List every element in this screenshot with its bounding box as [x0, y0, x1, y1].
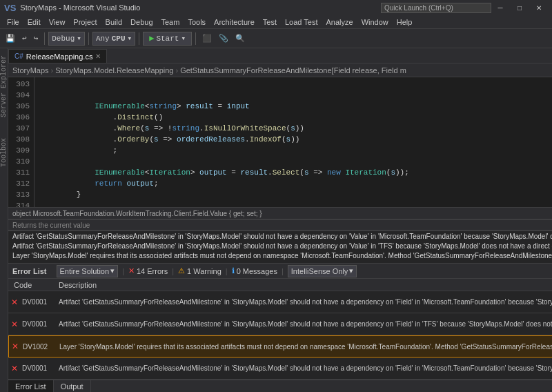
menu-test[interactable]: Test [259, 17, 281, 28]
error-icon-4: ✕ [11, 364, 18, 373]
warnings-count: 1 Warning [187, 267, 221, 275]
warnings-badge[interactable]: ⚠ 1 Warning [178, 266, 221, 275]
code-line-312: return output; [40, 178, 552, 189]
error-icon: ✕ [128, 266, 135, 275]
menu-project[interactable]: Project [69, 17, 101, 28]
table-row[interactable]: ✕ DV0001 Artifact 'GetStatusSummaryForRe… [8, 291, 552, 313]
code-line-307: .Where(s => !string.IsNullOrWhiteSpace(s… [40, 123, 552, 134]
bottom-tab-bar: Error List Output [8, 380, 552, 392]
main-container: Server Explorer Toolbox C# ReleaseMappin… [0, 48, 552, 392]
code-line-306: .Distinct() [40, 112, 552, 123]
tab-release-mapping[interactable]: C# ReleaseMapping.cs ✕ [8, 49, 107, 63]
toolbar-misc3[interactable]: 🔍 [233, 32, 248, 44]
code-line-303 [40, 79, 552, 90]
code-line-314 [40, 200, 552, 207]
col-header-code[interactable]: Code [11, 281, 56, 289]
breadcrumb-bar: StoryMaps › StoryMaps.Model.ReleaseMappi… [8, 63, 552, 77]
breadcrumb-part-3[interactable]: GetStatusSummaryForReleaseAndMilestone[F… [180, 66, 406, 75]
breadcrumb-sep-2: › [175, 66, 178, 75]
menu-help[interactable]: Help [393, 17, 417, 28]
menu-view[interactable]: View [45, 17, 70, 28]
scope-label: Entire Solution [60, 267, 110, 275]
error-code-4: DV0001 [22, 364, 47, 372]
tab-bar: C# ReleaseMapping.cs ✕ [8, 48, 552, 63]
error-panel: Error List Entire Solution ▾ | ✕ 14 Erro… [8, 263, 552, 392]
toolbar-sep-4 [195, 32, 196, 45]
table-row[interactable]: ✕ DV1002 Layer 'StoryMaps.Model' require… [8, 335, 552, 357]
toolbar-sep-3 [139, 32, 139, 45]
menu-bar: File Edit View Project Build Debug Team … [0, 15, 552, 29]
error-rows: ✕ DV0001 Artifact 'GetStatusSummaryForRe… [8, 291, 552, 380]
code-content[interactable]: IEnumerable<string> result = input .Dist… [34, 77, 552, 207]
error-panel-title: Error List [12, 267, 47, 275]
code-line-309: ; [40, 145, 552, 156]
menu-file[interactable]: File [3, 17, 23, 28]
table-row[interactable]: ✕ DV0001 Artifact 'GetStatusSummaryForRe… [8, 357, 552, 380]
error-code-2: DV0001 [22, 320, 47, 328]
code-line-304 [40, 90, 552, 101]
error-icon-2: ✕ [11, 320, 18, 329]
chevron-down-icon2: ▾ [128, 34, 132, 43]
warning-bar: Artifact 'GetStatusSummaryForReleaseAndM… [8, 231, 552, 263]
message-icon: ℹ [232, 266, 235, 275]
menu-team[interactable]: Team [157, 17, 184, 28]
badge-sep-2: | [226, 267, 228, 275]
left-sidebar: Server Explorer Toolbox [0, 48, 8, 392]
platform-label: Any [96, 35, 110, 43]
warning-msg-3: Layer 'StoryMaps.Model' requires that it… [12, 252, 552, 262]
play-icon: ▶ [149, 33, 154, 43]
error-icon-3: ✕ [12, 342, 19, 351]
menu-debug[interactable]: Debug [126, 17, 157, 28]
breadcrumb-part-2[interactable]: StoryMaps.Model.ReleaseMapping [55, 66, 173, 75]
start-label: Start [156, 35, 179, 43]
toolbar-save-btn[interactable]: 💾 [3, 32, 18, 44]
error-desc-4: Artifact 'GetStatusSummaryForReleaseAndM… [56, 364, 552, 372]
title-bar: VS StoryMaps - Microsoft Visual Studio Q… [0, 0, 552, 15]
content-area: C# ReleaseMapping.cs ✕ StoryMaps › Story… [8, 48, 552, 392]
minimize-button[interactable]: ─ [491, 2, 509, 13]
bottom-tab-error-list[interactable]: Error List [8, 380, 54, 393]
error-table-header: Code Description Project File Line Supp.… [8, 279, 552, 291]
breadcrumb-part-1[interactable]: StoryMaps [12, 66, 49, 75]
config-dropdown[interactable]: Debug ▾ [48, 32, 85, 46]
tab-close-icon[interactable]: ✕ [95, 52, 101, 60]
error-code-1: DV0001 [22, 298, 47, 306]
messages-badge[interactable]: ℹ 0 Messages [232, 266, 277, 275]
tab-label: ReleaseMapping.cs [26, 52, 93, 61]
title-bar-text: StoryMaps - Microsoft Visual Studio [20, 3, 381, 12]
toolbar-misc2[interactable]: 📎 [216, 32, 231, 44]
menu-architecture[interactable]: Architecture [210, 17, 259, 28]
toolbar-misc1[interactable]: ⬛ [199, 32, 215, 44]
start-button[interactable]: ▶ Start ▾ [143, 32, 192, 46]
close-button[interactable]: ✕ [530, 2, 548, 13]
scope-dropdown[interactable]: Entire Solution ▾ [57, 265, 119, 277]
toolbar-redo-btn[interactable]: ↪ [31, 32, 41, 44]
menu-window[interactable]: Window [357, 17, 393, 28]
toolbox-label[interactable]: Toolbox [0, 138, 8, 167]
table-row[interactable]: ✕ DV0001 Artifact 'GetStatusSummaryForRe… [8, 313, 552, 335]
toolbar-sep-1 [44, 32, 45, 45]
menu-analyze[interactable]: Analyze [322, 17, 357, 28]
intellisense-dropdown[interactable]: IntelliSense Only ▾ [288, 265, 357, 277]
app-icon: VS [4, 3, 16, 13]
maximize-button[interactable]: □ [511, 2, 529, 13]
quick-launch-input[interactable]: Quick Launch (Ctrl+Q) [381, 3, 491, 13]
col-header-desc[interactable]: Description [56, 281, 552, 289]
toolbar-undo-btn[interactable]: ↩ [19, 32, 30, 44]
server-explorer-label[interactable]: Server Explorer [0, 55, 8, 117]
error-desc-3: Layer 'StoryMaps.Model' requires that it… [57, 343, 552, 351]
warning-msg-1: Artifact 'GetStatusSummaryForReleaseAndM… [12, 233, 552, 242]
menu-build[interactable]: Build [101, 17, 126, 28]
bottom-tab-output[interactable]: Output [54, 380, 91, 393]
menu-tools[interactable]: Tools [184, 17, 210, 28]
info-text: object Microsoft.TeamFoundation.WorkItem… [12, 210, 262, 217]
menu-edit[interactable]: Edit [23, 17, 45, 28]
errors-badge[interactable]: ✕ 14 Errors [128, 266, 168, 275]
breadcrumb-sep-1: › [51, 66, 54, 75]
menu-load-test[interactable]: Load Test [281, 17, 322, 28]
badge-sep-1: | [172, 267, 174, 275]
info-bar: object Microsoft.TeamFoundation.WorkItem… [8, 207, 552, 219]
code-line-305: IEnumerable<string> result = input [40, 101, 552, 112]
code-editor: 303 304 305 306 307 308 309 310 311 312 … [8, 77, 552, 207]
platform-dropdown[interactable]: Any CPU ▾ [92, 32, 135, 46]
